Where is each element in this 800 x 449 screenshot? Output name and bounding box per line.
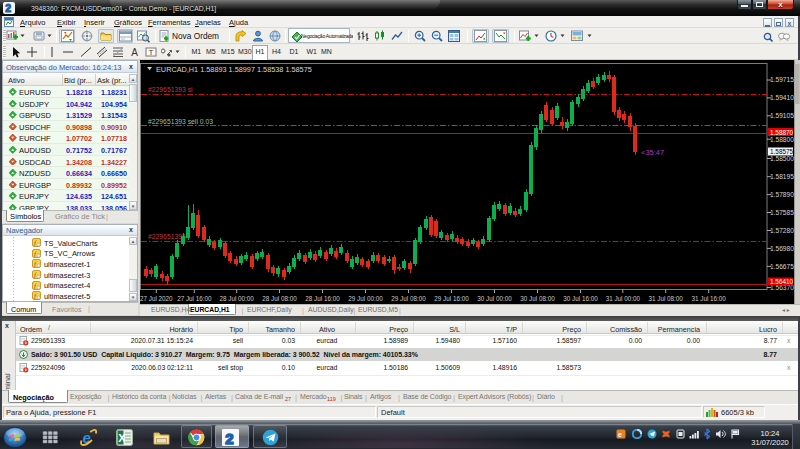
svg-text:1.56675: 1.56675 (770, 263, 794, 270)
svg-text:31 Jul 08:00: 31 Jul 08:00 (649, 295, 684, 302)
svg-text:31 Jul 16:00: 31 Jul 16:00 (692, 295, 727, 302)
svg-text:#229651393 sl: #229651393 sl (148, 86, 193, 93)
svg-text:<35:47: <35:47 (641, 148, 664, 157)
svg-text:1.59410: 1.59410 (770, 94, 794, 101)
svg-text:1.58870: 1.58870 (770, 129, 794, 136)
svg-text:29 Jul 00:00: 29 Jul 00:00 (348, 295, 383, 302)
svg-text:1.58195: 1.58195 (770, 173, 794, 180)
svg-text:29 Jul 08:00: 29 Jul 08:00 (391, 295, 426, 302)
svg-text:28 Jul 16:00: 28 Jul 16:00 (305, 295, 340, 302)
svg-text:30 Jul 00:00: 30 Jul 00:00 (477, 295, 512, 302)
svg-text:1.57890: 1.57890 (770, 191, 794, 198)
svg-text:28 Jul 00:00: 28 Jul 00:00 (220, 295, 255, 302)
svg-text:1.56410: 1.56410 (770, 278, 794, 285)
svg-text:1.56980: 1.56980 (770, 245, 794, 252)
svg-text:A: A (131, 47, 138, 58)
svg-text:1.58800: 1.58800 (770, 136, 794, 143)
svg-text:28 Jul 08:00: 28 Jul 08:00 (262, 295, 297, 302)
svg-text:1.57585: 1.57585 (770, 209, 794, 216)
svg-text:27 Jul 16:00: 27 Jul 16:00 (177, 295, 212, 302)
svg-text:#229651395: #229651395 (148, 233, 186, 240)
svg-text:1.59715: 1.59715 (770, 76, 794, 83)
svg-text:2: 2 (225, 430, 233, 447)
svg-text:29 Jul 16:00: 29 Jul 16:00 (434, 295, 469, 302)
svg-text:31 Jul 00:00: 31 Jul 00:00 (606, 295, 641, 302)
svg-text:2: 2 (5, 2, 11, 14)
svg-text:27 Jul 2020: 27 Jul 2020 (140, 295, 173, 302)
svg-text:30 Jul 08:00: 30 Jul 08:00 (520, 295, 555, 302)
svg-text:1.58500: 1.58500 (770, 155, 794, 162)
svg-text:1.58575: 1.58575 (770, 148, 794, 155)
svg-text:1.57280: 1.57280 (770, 227, 794, 234)
svg-text:30 Jul 16:00: 30 Jul 16:00 (563, 295, 598, 302)
svg-text:EURCAD,H1 1.58893 1.58997 1.5: EURCAD,H1 1.58893 1.58997 1.58538 1.5857… (156, 65, 312, 74)
svg-text:e: e (618, 431, 622, 438)
svg-text:T: T (148, 48, 153, 57)
svg-text:1.59105: 1.59105 (770, 112, 794, 119)
svg-text:#229651393 sell 0.03: #229651393 sell 0.03 (148, 118, 213, 125)
